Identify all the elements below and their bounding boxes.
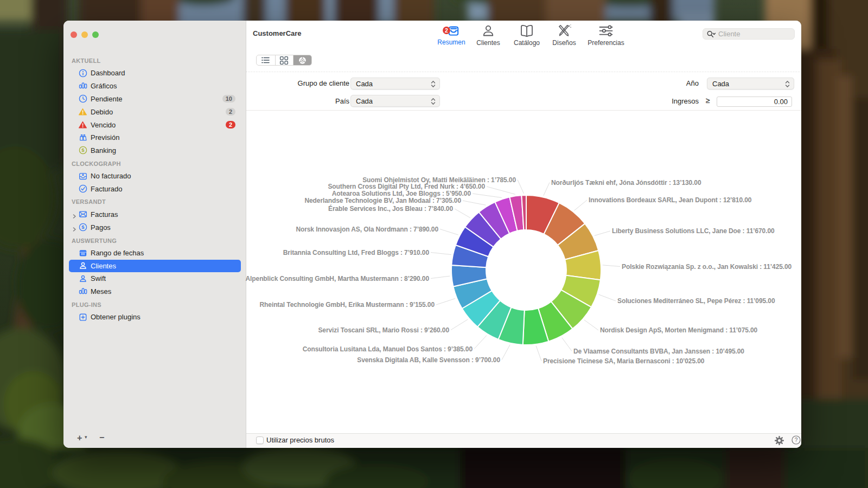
svg-text:?: ? <box>794 437 797 443</box>
svg-text:$: $ <box>81 224 85 230</box>
svg-text:$: $ <box>81 147 85 153</box>
